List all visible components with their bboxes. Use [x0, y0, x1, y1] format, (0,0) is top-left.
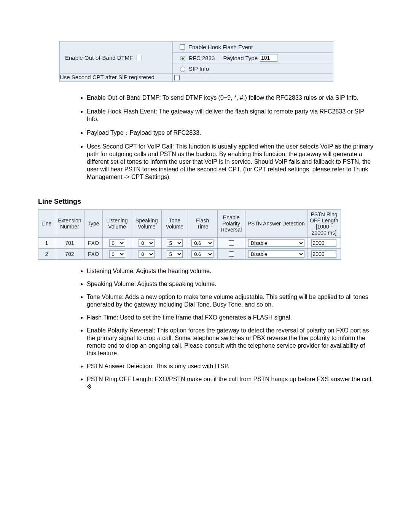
- list-item: Enable Out-of-Band DTMF: To send DTMF ke…: [87, 94, 376, 102]
- payload-type-input[interactable]: [260, 54, 277, 62]
- line-ext: 701: [55, 238, 84, 249]
- col-flash: Flash Time: [188, 210, 217, 238]
- list-item: Speaking Volume: Adjusts the speaking vo…: [87, 280, 376, 288]
- dtmf-explanations-list: Enable Out-of-Band DTMF: To send DTMF ke…: [76, 94, 376, 181]
- list-item: Enable Hook Flash Event: The gateway wil…: [87, 108, 376, 123]
- dtmf-settings-panel: Enable Out-of-Band DTMF Enable Hook Flas…: [59, 41, 333, 82]
- payload-type-label: Payload Type: [223, 55, 258, 61]
- flash-time-select[interactable]: 0.6: [191, 239, 213, 247]
- table-row: 2 702 FXO 0 0 5 0.6 Disable: [38, 249, 341, 260]
- list-item: Uses Second CPT for VoIP Call: This func…: [87, 143, 376, 181]
- line-explanations-list: Listening Volume: Adjusts the hearing vo…: [76, 267, 376, 391]
- pstn-ring-off-input[interactable]: [311, 239, 336, 247]
- list-item: PSTN Answer Detection: This is only used…: [87, 363, 376, 370]
- second-cpt-label: Use Second CPT after SIP registered: [60, 74, 155, 80]
- list-item: Listening Volume: Adjusts the hearing vo…: [87, 267, 376, 275]
- col-epr: Enable Polarity Reversal: [217, 210, 245, 238]
- line-type: FXO: [84, 238, 102, 249]
- list-item: PSTN Ring OFF Length: FXO/PSTN make out …: [87, 375, 376, 391]
- col-speak: Speaking Volume: [132, 210, 162, 238]
- col-rol: PSTN Ring OFF Length [1000 - 20000 ms]: [307, 210, 341, 238]
- polarity-reversal-checkbox[interactable]: [229, 240, 234, 246]
- rfc2833-label: RFC 2833: [189, 55, 215, 61]
- pstn-answer-detect-select[interactable]: Disable: [248, 250, 304, 258]
- list-item: Enable Polarity Reversal: This option fo…: [87, 327, 376, 357]
- polarity-reversal-checkbox[interactable]: [229, 251, 234, 257]
- speaking-volume-select[interactable]: 0: [139, 239, 155, 247]
- sip-info-label: SIP Info: [189, 66, 209, 72]
- speaking-volume-select[interactable]: 0: [139, 250, 155, 258]
- line-type: FXO: [84, 249, 102, 260]
- col-ext: Extension Number: [55, 210, 84, 238]
- list-item: Payload Type：Payload type of RFC2833.: [87, 129, 376, 137]
- line-settings-heading: Line Settings: [38, 198, 373, 206]
- table-row: 1 701 FXO 0 0 5 0.6 Disable: [38, 238, 341, 249]
- pstn-ring-off-input[interactable]: [311, 250, 336, 258]
- tone-volume-select[interactable]: 5: [167, 250, 183, 258]
- col-type: Type: [84, 210, 102, 238]
- list-item: Tone Volume: Adds a new option to make t…: [87, 293, 376, 308]
- enable-hook-flash-checkbox[interactable]: [180, 44, 185, 50]
- second-cpt-checkbox[interactable]: [174, 75, 180, 80]
- line-idx: 1: [38, 238, 55, 249]
- enable-oob-dtmf-label: Enable Out-of-Band DTMF: [65, 54, 133, 61]
- col-pad: PSTN Answer Detection: [245, 210, 307, 238]
- col-line: Line: [38, 210, 55, 238]
- line-ext: 702: [55, 249, 84, 260]
- listening-volume-select[interactable]: 0: [109, 239, 125, 247]
- line-idx: 2: [38, 249, 55, 260]
- rfc2833-radio[interactable]: [180, 56, 185, 61]
- sip-info-radio[interactable]: [180, 67, 185, 72]
- flash-time-select[interactable]: 0.6: [191, 250, 213, 258]
- enable-oob-dtmf-checkbox[interactable]: [137, 55, 142, 60]
- line-settings-table: Line Extension Number Type Listening Vol…: [38, 209, 341, 260]
- pstn-answer-detect-select[interactable]: Disable: [248, 239, 304, 247]
- listening-volume-select[interactable]: 0: [109, 250, 125, 258]
- col-tone: Tone Volume: [162, 210, 188, 238]
- col-listen: Listening Volume: [102, 210, 132, 238]
- tone-volume-select[interactable]: 5: [167, 239, 183, 247]
- list-item: Flash Time: Used to set the time frame t…: [87, 314, 376, 321]
- hook-flash-label: Enable Hook Flash Event: [188, 44, 253, 50]
